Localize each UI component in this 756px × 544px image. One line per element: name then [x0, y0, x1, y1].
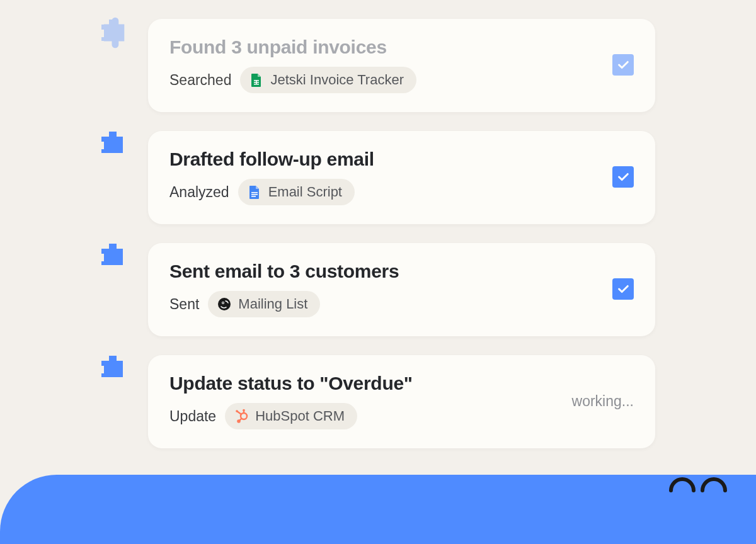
- task-action: Sent: [169, 296, 199, 313]
- svg-rect-4: [98, 142, 104, 149]
- svg-rect-9: [101, 249, 123, 265]
- task-card: Update status to "Overdue" Update HubSpo…: [148, 355, 655, 448]
- svg-point-14: [222, 302, 224, 303]
- svg-rect-3: [101, 137, 123, 153]
- task-action: Update: [169, 408, 216, 425]
- puzzle-icon: [98, 16, 130, 48]
- svg-rect-2: [109, 20, 117, 26]
- resource-pill[interactable]: Mailing List: [208, 291, 320, 317]
- puzzle-icon: [98, 352, 130, 385]
- status-working-label: working...: [572, 393, 634, 410]
- svg-rect-15: [101, 361, 123, 377]
- resource-label: Mailing List: [238, 296, 307, 312]
- sheets-icon: [249, 72, 264, 88]
- mailchimp-icon: [217, 297, 232, 312]
- task-card: Sent email to 3 customers Sent Mailing L…: [148, 243, 655, 336]
- svg-rect-10: [98, 254, 104, 261]
- status-check-icon: [612, 54, 634, 76]
- svg-point-20: [243, 409, 245, 412]
- puzzle-icon: [98, 128, 130, 161]
- status-check-icon: [612, 166, 634, 188]
- svg-rect-6: [251, 192, 258, 193]
- svg-rect-5: [109, 132, 117, 138]
- resource-pill[interactable]: Email Script: [238, 179, 355, 205]
- task-title: Found 3 unpaid invoices: [169, 37, 416, 58]
- task-row: Update status to "Overdue" Update HubSpo…: [101, 355, 655, 448]
- task-title: Update status to "Overdue": [169, 373, 413, 394]
- task-action: Searched: [169, 72, 231, 89]
- task-row: Drafted follow-up email Analyzed Email S…: [101, 131, 655, 224]
- resource-label: Jetski Invoice Tracker: [270, 72, 404, 88]
- svg-rect-1: [98, 30, 104, 37]
- resource-pill[interactable]: Jetski Invoice Tracker: [240, 67, 416, 93]
- robot-eyes-icon: [662, 462, 737, 494]
- resource-label: Email Script: [268, 184, 342, 200]
- svg-rect-17: [109, 356, 117, 362]
- svg-rect-8: [251, 196, 256, 197]
- task-row: Sent email to 3 customers Sent Mailing L…: [101, 243, 655, 336]
- footer-accent: [0, 475, 756, 544]
- docs-icon: [247, 184, 262, 200]
- puzzle-icon: [98, 240, 130, 273]
- task-title: Drafted follow-up email: [169, 149, 374, 170]
- status-check-icon: [612, 278, 634, 300]
- svg-point-22: [236, 410, 238, 412]
- hubspot-icon: [234, 409, 249, 424]
- task-card: Drafted follow-up email Analyzed Email S…: [148, 131, 655, 224]
- task-row: Found 3 unpaid invoices Searched Jetski …: [101, 19, 655, 112]
- svg-rect-7: [251, 194, 258, 195]
- svg-rect-16: [98, 366, 104, 373]
- task-card: Found 3 unpaid invoices Searched Jetski …: [148, 19, 655, 112]
- svg-rect-11: [109, 244, 117, 250]
- task-action: Analyzed: [169, 184, 229, 201]
- task-title: Sent email to 3 customers: [169, 261, 399, 282]
- resource-pill[interactable]: HubSpot CRM: [225, 403, 357, 429]
- task-list: Found 3 unpaid invoices Searched Jetski …: [101, 19, 655, 448]
- resource-label: HubSpot CRM: [255, 408, 345, 424]
- svg-rect-0: [101, 25, 123, 41]
- svg-point-12: [218, 298, 231, 310]
